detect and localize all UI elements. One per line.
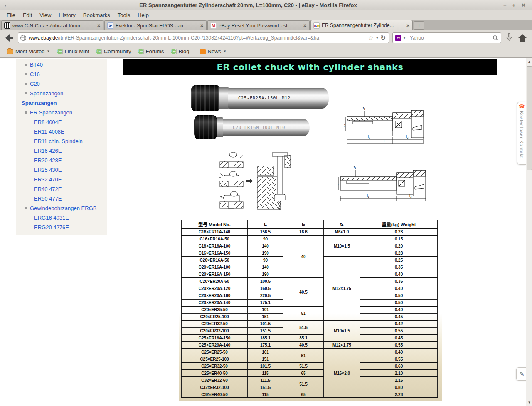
menu-help[interactable]: Help: [134, 11, 153, 19]
sidebar-item-er-spannzangen[interactable]: ER Spannzangen: [16, 108, 107, 117]
sidebar-item-er40-472e[interactable]: ER40 472E: [16, 184, 107, 194]
sidebar-item-c16[interactable]: C16: [16, 69, 107, 79]
spec-cell: 0.55: [360, 327, 438, 334]
sidebar-item-label: ER25 430E: [34, 167, 62, 173]
back-button[interactable]: [4, 32, 15, 43]
tab-close-icon[interactable]: ✕: [406, 23, 410, 28]
scroll-up-icon[interactable]: ▲: [526, 59, 532, 65]
url-domain: www.ebay.de: [29, 35, 58, 41]
yahoo-icon[interactable]: Y!: [395, 35, 401, 41]
kontakt-tab[interactable]: ☎ Kostenloser Kontakt: [517, 102, 526, 165]
scrollbar-thumb[interactable]: [527, 66, 532, 170]
browser-tab-4[interactable]: ebayER Spannzangenfutter Zylinde...✕: [310, 20, 413, 30]
spec-cell: 160.5: [248, 285, 283, 292]
tab-close-icon[interactable]: ✕: [303, 23, 307, 28]
sidebar-item-er50-477e[interactable]: ER50 477E: [16, 194, 107, 203]
download-icon[interactable]: [505, 32, 515, 43]
menu-bookmarks[interactable]: Bookmarks: [79, 11, 114, 19]
spec-cell: 101.5: [248, 320, 283, 327]
search-engine-dropdown-icon[interactable]: ▼: [403, 36, 406, 40]
sidebar-item-er16-426e[interactable]: ER16 426E: [16, 146, 107, 156]
bookmark-linux-mint[interactable]: LmLinux Mint: [54, 47, 93, 56]
spec-cell: 101: [248, 349, 283, 356]
spec-row: C20×ER20A-60100.540.50.35: [182, 278, 438, 285]
spec-table-scan: 型号 Model No.Ll₂t₁重量(kg) Weight C16×ER11A…: [179, 218, 442, 401]
sidebar-item-er8-4004e[interactable]: ER8 4004E: [16, 117, 107, 127]
sidebar-item-spannzangen[interactable]: Spannzangen: [16, 89, 107, 98]
svg-text:L: L: [384, 139, 386, 143]
svg-text:t₁: t₁: [363, 106, 365, 110]
new-tab-button[interactable]: +: [414, 21, 424, 30]
spec-cell: 51: [283, 349, 324, 363]
close-button[interactable]: ✕: [521, 2, 526, 8]
search-icon[interactable]: [493, 35, 498, 41]
spec-cell: 90: [248, 257, 283, 264]
spec-cell: C32×ER32-100: [182, 384, 248, 391]
sidebar-item-er25-430e[interactable]: ER25 430E: [16, 165, 107, 175]
scroll-down-icon[interactable]: ▼: [526, 399, 532, 406]
menu-edit[interactable]: Edit: [19, 11, 36, 19]
search-bar[interactable]: Y! ▼ Yahoo: [392, 32, 501, 43]
spec-cell: 101: [248, 306, 283, 313]
spec-cell: C20×ER16A-150: [182, 271, 248, 278]
home-icon[interactable]: [517, 32, 528, 43]
spec-cell: C20×ER20A-180: [182, 292, 248, 299]
bookmark-star-icon[interactable]: ☆: [368, 35, 374, 41]
sidebar-item-er11-4008e[interactable]: ER11 4008E: [16, 127, 107, 136]
mint-icon: Lm: [57, 49, 63, 54]
minimize-button[interactable]: −: [503, 2, 507, 8]
spec-cell: 151.5: [248, 384, 283, 391]
menu-tools[interactable]: Tools: [114, 11, 134, 19]
url-bar[interactable]: www.ebay.de/itm/ER-Spannzangenfutter-Zyl…: [18, 32, 389, 43]
spec-col-header: 型号 Model No.: [182, 220, 248, 228]
spec-cell: C25×ER16A-150: [182, 334, 248, 342]
spec-row: C20×ER32-50101.551.5M10×1.50.42: [182, 320, 438, 327]
vertical-scrollbar[interactable]: ▲ ▼: [526, 58, 532, 406]
sidebar-item-c20[interactable]: C20: [16, 79, 107, 89]
bookmark-label: Blog: [179, 48, 190, 54]
tab-close-icon[interactable]: ✕: [97, 23, 101, 28]
sidebar-item-erg20-4276e[interactable]: ERG20 4276E: [16, 223, 107, 232]
menu-view[interactable]: View: [36, 11, 55, 19]
browser-tab-2[interactable]: ➤Evektor - SportStar EPOS - an ...✕: [104, 20, 207, 30]
spec-row: C32×ER40-50115652.23: [182, 391, 438, 398]
sidebar-item-er11-chin-spindeln[interactable]: ER11 chin. Spindeln: [16, 136, 107, 146]
sidebar-item-label: ER8 4004E: [34, 119, 62, 125]
menu-file[interactable]: File: [3, 11, 19, 19]
reload-icon[interactable]: ↻: [380, 34, 386, 42]
sidebar-item-gewindebohrzangen-ergb[interactable]: Gewindebohrzangen ERGB: [16, 203, 107, 213]
browser-tab-3[interactable]: MeBay Reset Your Password - str...✕: [207, 20, 310, 30]
sidebar-item-erg16-4031e[interactable]: ERG16 4031E: [16, 213, 107, 223]
spec-cell: 0.40: [360, 306, 438, 313]
sidebar-item-er20-428e[interactable]: ER20 428E: [16, 156, 107, 165]
spec-cell: 1.15: [360, 377, 438, 384]
bookmark-forums[interactable]: LmForums: [135, 47, 167, 56]
bookmark-community[interactable]: LmCommunity: [93, 47, 135, 56]
bookmark-news[interactable]: News▼: [197, 47, 230, 56]
cnc-favicon: [4, 22, 10, 29]
window-menu-icon[interactable]: ▾: [0, 3, 10, 7]
menu-history[interactable]: History: [55, 11, 79, 19]
spec-cell: 0.45: [360, 334, 438, 342]
spec-cell: C20×ER32-50: [182, 320, 248, 327]
spec-cell: 0.25: [360, 257, 438, 264]
spec-cell: C20×ER25-100: [182, 313, 248, 320]
spec-cell: M12×1.75: [324, 342, 360, 349]
browser-tab-1[interactable]: www.C-N-C.cz • Zobrazit fórum...✕: [1, 20, 103, 30]
spec-cell: 0.40: [360, 349, 438, 356]
bookmark-blog[interactable]: LmBlog: [167, 47, 193, 56]
spec-cell: 156.5: [248, 228, 283, 235]
bookmark-label: Linux Mint: [65, 48, 89, 54]
sidebar-item-er32-470e[interactable]: ER32 470E: [16, 175, 107, 184]
spec-cell: C16×ER16A-50: [182, 235, 248, 243]
sidebar-item-bt40[interactable]: BT40: [16, 60, 107, 69]
spec-cell: 111.5: [248, 377, 283, 384]
tab-close-icon[interactable]: ✕: [200, 23, 204, 28]
maximize-button[interactable]: +: [512, 2, 516, 8]
spec-row: C32×ER32-60111.551.51.15: [182, 377, 438, 384]
spec-cell: 0.50: [360, 292, 438, 299]
spec-row: C16×ER16A-509040M10×1.50.15: [182, 235, 438, 243]
bookmark-most-visited[interactable]: Most Visited▼: [4, 47, 54, 56]
url-dropdown-icon[interactable]: ▼: [376, 36, 379, 40]
spec-row: C25×ER20A-140175.140.5M12×1.750.55: [182, 342, 438, 349]
